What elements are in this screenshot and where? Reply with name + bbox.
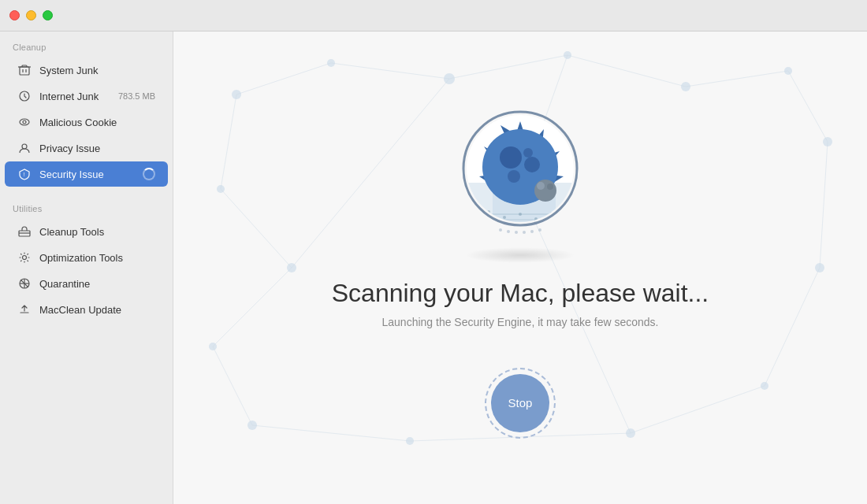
internet-junk-badge: 783.5 MB [118, 91, 155, 101]
sidebar-item-security-issue[interactable]: ! Security Issue [5, 161, 168, 187]
cleanup-tools-label: Cleanup Tools [39, 226, 155, 238]
svg-line-42 [765, 268, 820, 386]
sidebar: Cleanup System Junk Internet Junk 783.5 … [0, 0, 173, 504]
svg-line-48 [631, 386, 765, 433]
stop-button-container: Stop [485, 368, 556, 439]
svg-line-35 [686, 71, 788, 87]
titlebar [0, 0, 867, 32]
quarantine-label: Quarantine [39, 278, 155, 290]
svg-line-31 [236, 63, 331, 94]
svg-point-30 [626, 428, 635, 438]
svg-point-16 [232, 90, 241, 99]
svg-point-5 [20, 119, 29, 125]
svg-line-39 [213, 268, 292, 346]
svg-point-21 [784, 67, 792, 75]
svg-line-37 [221, 94, 236, 189]
quarantine-icon [17, 276, 32, 291]
svg-point-57 [487, 210, 490, 213]
toolbox-icon [17, 224, 32, 239]
update-icon [17, 302, 32, 317]
svg-point-19 [564, 51, 571, 59]
macclean-update-label: MacClean Update [39, 304, 155, 316]
sidebar-item-macclean-update[interactable]: MacClean Update [5, 297, 168, 322]
shield-icon: ! [17, 167, 32, 181]
loading-spinner [143, 168, 155, 180]
svg-point-72 [524, 157, 540, 172]
svg-line-40 [213, 346, 252, 425]
sidebar-item-privacy-issue[interactable]: Privacy Issue [5, 135, 168, 161]
close-button[interactable] [9, 10, 20, 20]
svg-point-7 [22, 144, 27, 149]
sidebar-item-cleanup-tools[interactable]: Cleanup Tools [5, 219, 168, 244]
svg-point-18 [444, 73, 455, 84]
svg-point-60 [534, 217, 538, 220]
trash-icon [17, 63, 32, 77]
svg-line-33 [449, 55, 567, 79]
utilities-section-label: Utilities [0, 193, 173, 218]
svg-point-82 [530, 230, 534, 233]
svg-line-34 [567, 55, 686, 87]
virus-illustration [449, 98, 591, 239]
svg-point-75 [534, 180, 556, 202]
svg-point-81 [523, 231, 526, 234]
sidebar-item-optimization-tools[interactable]: Optimization Tools [5, 245, 168, 270]
svg-point-6 [23, 120, 26, 124]
illustration-shadow [465, 247, 575, 263]
stop-button[interactable]: Stop [491, 374, 549, 432]
eye-icon [17, 115, 32, 129]
privacy-icon [17, 141, 32, 155]
security-issue-label: Security Issue [39, 169, 135, 180]
svg-point-11 [23, 256, 27, 260]
maximize-button[interactable] [43, 10, 53, 20]
privacy-issue-label: Privacy Issue [39, 143, 155, 154]
svg-rect-0 [20, 67, 29, 75]
svg-line-38 [221, 189, 292, 268]
svg-point-59 [519, 213, 522, 216]
svg-point-77 [547, 183, 553, 190]
svg-point-26 [815, 263, 824, 272]
malicious-cookie-label: Malicious Cookie [39, 117, 155, 128]
internet-junk-label: Internet Junk [39, 91, 110, 102]
svg-point-71 [500, 146, 522, 169]
sidebar-item-quarantine[interactable]: Quarantine [5, 271, 168, 296]
svg-line-32 [331, 63, 449, 79]
sidebar-item-system-junk[interactable]: System Junk [5, 57, 168, 83]
svg-line-43 [292, 79, 449, 268]
sidebar-item-internet-junk[interactable]: Internet Junk 783.5 MB [5, 83, 168, 109]
svg-point-79 [507, 230, 510, 233]
svg-text:!: ! [24, 172, 25, 177]
svg-point-80 [515, 231, 518, 234]
optimization-tools-label: Optimization Tools [39, 252, 155, 264]
system-junk-label: System Junk [39, 65, 155, 76]
svg-line-36 [788, 71, 828, 142]
svg-point-28 [247, 421, 257, 430]
scan-subtitle: Launching the Security Engine, it may ta… [382, 316, 659, 328]
svg-point-20 [681, 82, 690, 91]
main-content: .nd{fill:#c8d8e8;opacity:0.6}.ln{stroke:… [173, 0, 867, 504]
svg-line-41 [820, 142, 828, 268]
gear-icon [17, 250, 32, 265]
svg-point-58 [503, 216, 506, 219]
svg-point-22 [823, 137, 832, 146]
scan-title: Scanning your Mac, please wait... [332, 279, 709, 308]
svg-point-78 [499, 228, 502, 232]
svg-point-73 [508, 170, 520, 183]
svg-point-17 [327, 59, 335, 67]
svg-point-24 [287, 263, 296, 272]
svg-point-25 [209, 343, 217, 350]
clock-icon [17, 89, 32, 103]
svg-line-46 [252, 425, 410, 441]
cleanup-section-label: Cleanup [0, 32, 173, 57]
svg-point-23 [217, 185, 225, 193]
svg-point-74 [523, 148, 533, 158]
svg-point-83 [538, 228, 541, 232]
svg-point-27 [761, 382, 768, 390]
svg-point-29 [406, 437, 414, 445]
svg-point-76 [537, 182, 545, 190]
minimize-button[interactable] [26, 10, 36, 20]
sidebar-item-malicious-cookie[interactable]: Malicious Cookie [5, 109, 168, 135]
